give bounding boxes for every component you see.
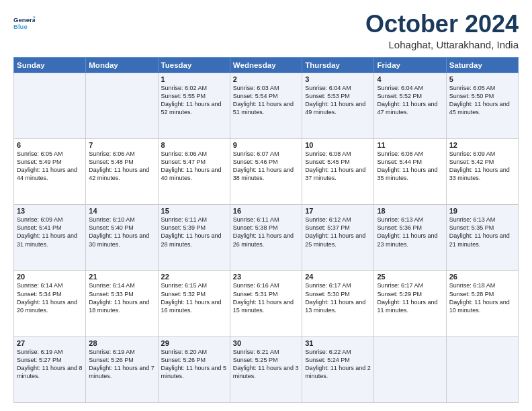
day-number: 9 — [233, 141, 299, 149]
day-number: 25 — [377, 273, 443, 281]
day-header-tuesday: Tuesday — [158, 57, 230, 73]
day-number: 10 — [305, 141, 371, 149]
calendar-cell: 30 Sunrise: 6:21 AMSunset: 5:25 PMDaylig… — [230, 336, 302, 402]
day-number: 6 — [17, 141, 83, 149]
day-number: 26 — [449, 273, 515, 281]
cell-info: Sunrise: 6:12 AMSunset: 5:37 PMDaylight:… — [305, 216, 371, 248]
cell-info: Sunrise: 6:13 AMSunset: 5:36 PMDaylight:… — [377, 216, 443, 248]
cell-info: Sunrise: 6:05 AMSunset: 5:49 PMDaylight:… — [17, 150, 83, 183]
week-row-2: 6 Sunrise: 6:05 AMSunset: 5:49 PMDayligh… — [14, 138, 519, 204]
svg-text:Blue: Blue — [13, 23, 28, 30]
day-number: 29 — [161, 339, 227, 347]
cell-info: Sunrise: 6:06 AMSunset: 5:47 PMDaylight:… — [161, 150, 227, 183]
calendar-table: SundayMondayTuesdayWednesdayThursdayFrid… — [13, 57, 519, 403]
day-header-thursday: Thursday — [302, 57, 374, 73]
calendar-cell: 9 Sunrise: 6:07 AMSunset: 5:46 PMDayligh… — [230, 138, 302, 204]
cell-info: Sunrise: 6:13 AMSunset: 5:35 PMDaylight:… — [449, 216, 515, 248]
cell-info: Sunrise: 6:22 AMSunset: 5:24 PMDaylight:… — [305, 348, 371, 381]
cell-info: Sunrise: 6:15 AMSunset: 5:32 PMDaylight:… — [161, 281, 227, 314]
week-row-4: 20 Sunrise: 6:14 AMSunset: 5:34 PMDaylig… — [14, 271, 519, 336]
calendar-cell: 24 Sunrise: 6:17 AMSunset: 5:30 PMDaylig… — [302, 271, 374, 336]
day-header-saturday: Saturday — [446, 57, 518, 73]
calendar-cell: 28 Sunrise: 6:19 AMSunset: 5:26 PMDaylig… — [86, 336, 158, 402]
cell-info: Sunrise: 6:09 AMSunset: 5:42 PMDaylight:… — [449, 150, 515, 183]
day-number: 12 — [449, 141, 515, 149]
cell-info: Sunrise: 6:05 AMSunset: 5:50 PMDaylight:… — [449, 84, 515, 117]
calendar-cell: 3 Sunrise: 6:04 AMSunset: 5:53 PMDayligh… — [302, 73, 374, 138]
day-number: 27 — [17, 339, 83, 347]
calendar-cell: 20 Sunrise: 6:14 AMSunset: 5:34 PMDaylig… — [14, 271, 86, 336]
cell-info: Sunrise: 6:03 AMSunset: 5:54 PMDaylight:… — [233, 84, 299, 117]
day-number: 20 — [17, 273, 83, 281]
calendar-cell: 17 Sunrise: 6:12 AMSunset: 5:37 PMDaylig… — [302, 205, 374, 271]
day-number: 18 — [377, 207, 443, 215]
calendar-cell: 16 Sunrise: 6:11 AMSunset: 5:38 PMDaylig… — [230, 205, 302, 271]
calendar-cell: 18 Sunrise: 6:13 AMSunset: 5:36 PMDaylig… — [374, 205, 446, 271]
calendar-cell: 11 Sunrise: 6:08 AMSunset: 5:44 PMDaylig… — [374, 138, 446, 204]
day-header-sunday: Sunday — [14, 57, 86, 73]
calendar-cell: 19 Sunrise: 6:13 AMSunset: 5:35 PMDaylig… — [446, 205, 518, 271]
cell-info: Sunrise: 6:14 AMSunset: 5:34 PMDaylight:… — [17, 281, 83, 314]
calendar-cell: 14 Sunrise: 6:10 AMSunset: 5:40 PMDaylig… — [86, 205, 158, 271]
calendar-cell: 8 Sunrise: 6:06 AMSunset: 5:47 PMDayligh… — [158, 138, 230, 204]
day-number: 30 — [233, 339, 299, 347]
day-number: 16 — [233, 207, 299, 215]
calendar-cell: 27 Sunrise: 6:19 AMSunset: 5:27 PMDaylig… — [14, 336, 86, 402]
calendar-cell: 31 Sunrise: 6:22 AMSunset: 5:24 PMDaylig… — [302, 336, 374, 402]
cell-info: Sunrise: 6:09 AMSunset: 5:41 PMDaylight:… — [17, 216, 83, 248]
day-number: 28 — [89, 339, 154, 347]
cell-info: Sunrise: 6:14 AMSunset: 5:33 PMDaylight:… — [89, 281, 154, 314]
cell-info: Sunrise: 6:20 AMSunset: 5:26 PMDaylight:… — [161, 348, 227, 381]
cell-info: Sunrise: 6:02 AMSunset: 5:55 PMDaylight:… — [161, 84, 227, 117]
calendar-cell: 12 Sunrise: 6:09 AMSunset: 5:42 PMDaylig… — [446, 138, 518, 204]
cell-info: Sunrise: 6:16 AMSunset: 5:31 PMDaylight:… — [233, 281, 299, 314]
day-number: 4 — [377, 75, 443, 83]
day-number: 14 — [89, 207, 154, 215]
day-header-wednesday: Wednesday — [230, 57, 302, 73]
week-row-5: 27 Sunrise: 6:19 AMSunset: 5:27 PMDaylig… — [14, 336, 519, 402]
calendar-cell: 15 Sunrise: 6:11 AMSunset: 5:39 PMDaylig… — [158, 205, 230, 271]
calendar-cell — [86, 73, 158, 138]
page: General Blue October 2024 Lohaghat, Utta… — [0, 0, 532, 411]
calendar-cell: 29 Sunrise: 6:20 AMSunset: 5:26 PMDaylig… — [158, 336, 230, 402]
cell-info: Sunrise: 6:21 AMSunset: 5:25 PMDaylight:… — [233, 348, 299, 381]
title-block: October 2024 Lohaghat, Uttarakhand, Indi… — [365, 11, 519, 50]
calendar-header-row: SundayMondayTuesdayWednesdayThursdayFrid… — [14, 57, 519, 73]
cell-info: Sunrise: 6:10 AMSunset: 5:40 PMDaylight:… — [89, 216, 154, 248]
day-number: 22 — [161, 273, 227, 281]
logo: General Blue — [13, 11, 35, 35]
calendar-cell: 13 Sunrise: 6:09 AMSunset: 5:41 PMDaylig… — [14, 205, 86, 271]
day-number: 19 — [449, 207, 515, 215]
cell-info: Sunrise: 6:19 AMSunset: 5:27 PMDaylight:… — [17, 348, 83, 381]
calendar-cell: 25 Sunrise: 6:17 AMSunset: 5:29 PMDaylig… — [374, 271, 446, 336]
cell-info: Sunrise: 6:08 AMSunset: 5:45 PMDaylight:… — [305, 150, 371, 183]
calendar-cell: 1 Sunrise: 6:02 AMSunset: 5:55 PMDayligh… — [158, 73, 230, 138]
calendar-cell: 22 Sunrise: 6:15 AMSunset: 5:32 PMDaylig… — [158, 271, 230, 336]
week-row-1: 1 Sunrise: 6:02 AMSunset: 5:55 PMDayligh… — [14, 73, 519, 138]
calendar-cell — [446, 336, 518, 402]
calendar-cell: 6 Sunrise: 6:05 AMSunset: 5:49 PMDayligh… — [14, 138, 86, 204]
calendar-cell: 4 Sunrise: 6:04 AMSunset: 5:52 PMDayligh… — [374, 73, 446, 138]
cell-info: Sunrise: 6:07 AMSunset: 5:46 PMDaylight:… — [233, 150, 299, 183]
calendar-cell: 26 Sunrise: 6:18 AMSunset: 5:28 PMDaylig… — [446, 271, 518, 336]
cell-info: Sunrise: 6:04 AMSunset: 5:53 PMDaylight:… — [305, 84, 371, 117]
day-number: 7 — [89, 141, 154, 149]
day-number: 1 — [161, 75, 227, 83]
cell-info: Sunrise: 6:19 AMSunset: 5:26 PMDaylight:… — [89, 348, 154, 381]
calendar-cell — [374, 336, 446, 402]
day-number: 8 — [161, 141, 227, 149]
day-number: 21 — [89, 273, 154, 281]
calendar-cell: 2 Sunrise: 6:03 AMSunset: 5:54 PMDayligh… — [230, 73, 302, 138]
calendar-cell — [14, 73, 86, 138]
location: Lohaghat, Uttarakhand, India — [365, 39, 519, 50]
cell-info: Sunrise: 6:11 AMSunset: 5:39 PMDaylight:… — [161, 216, 227, 248]
day-number: 24 — [305, 273, 371, 281]
cell-info: Sunrise: 6:08 AMSunset: 5:44 PMDaylight:… — [377, 150, 443, 183]
calendar-cell: 23 Sunrise: 6:16 AMSunset: 5:31 PMDaylig… — [230, 271, 302, 336]
day-number: 17 — [305, 207, 371, 215]
cell-info: Sunrise: 6:17 AMSunset: 5:29 PMDaylight:… — [377, 281, 443, 314]
week-row-3: 13 Sunrise: 6:09 AMSunset: 5:41 PMDaylig… — [14, 205, 519, 271]
day-number: 3 — [305, 75, 371, 83]
day-number: 13 — [17, 207, 83, 215]
calendar-cell: 7 Sunrise: 6:06 AMSunset: 5:48 PMDayligh… — [86, 138, 158, 204]
